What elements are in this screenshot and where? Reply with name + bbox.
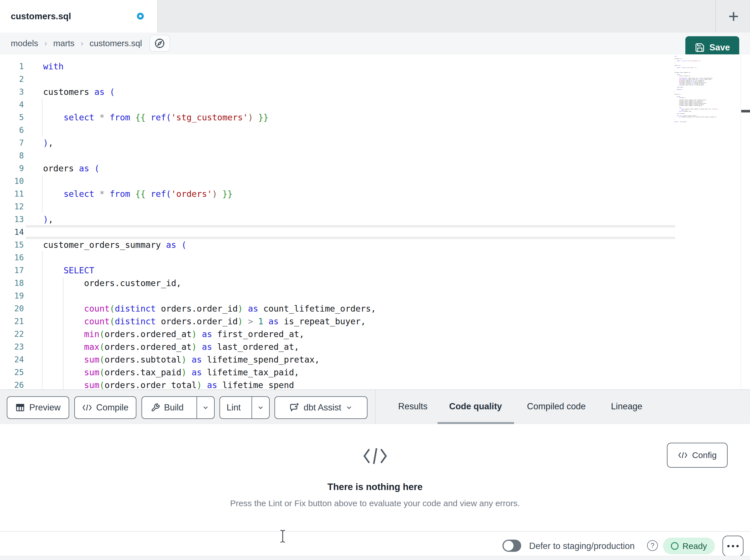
line-number[interactable]: 15 [0, 240, 24, 250]
editor-scrollbar-thumb[interactable] [741, 110, 750, 112]
line-number[interactable]: 26 [0, 380, 24, 390]
code-line-4[interactable]: 4 [0, 98, 674, 111]
code-text: with [43, 61, 63, 71]
line-number[interactable]: 9 [0, 164, 24, 173]
line-number[interactable]: 25 [0, 368, 24, 377]
code-line-10[interactable]: 10 [0, 175, 674, 188]
line-number[interactable]: 20 [0, 304, 24, 313]
line-number[interactable]: 23 [0, 342, 24, 352]
breadcrumb-item-models[interactable]: models [11, 39, 38, 48]
code-line-14[interactable]: 14 [0, 226, 674, 238]
line-number[interactable]: 22 [0, 329, 24, 339]
line-number[interactable]: 21 [0, 317, 24, 326]
unsaved-changes-dot [137, 13, 144, 20]
code-brackets-icon [362, 445, 388, 467]
assist-sparkle-icon [289, 402, 299, 413]
line-number[interactable]: 1 [0, 62, 24, 71]
table-icon [15, 403, 25, 412]
code-quality-panel: Config There is nothing here Press the L… [0, 424, 750, 531]
dbt-assist-button[interactable]: dbt Assist [275, 396, 368, 419]
save-label: Save [709, 42, 730, 53]
line-number[interactable]: 3 [0, 87, 24, 97]
line-number[interactable]: 19 [0, 291, 24, 300]
code-line-24[interactable]: 24 sum(orders.subtotal) as lifetime_spen… [0, 353, 674, 366]
line-number[interactable]: 7 [0, 138, 24, 148]
tab-customers-sql[interactable]: customers.sql [0, 0, 158, 33]
lint-dropdown-button[interactable] [252, 397, 269, 418]
build-dropdown-button[interactable] [197, 397, 214, 418]
breadcrumb-item-file[interactable]: customers.sql [90, 39, 142, 48]
code-line-22[interactable]: 22 min(orders.ordered_at) as first_order… [0, 328, 674, 340]
code-line-15[interactable]: 15customer_orders_summary as ( [0, 238, 674, 251]
code-text: count(distinct orders.order_id) > 1 as i… [43, 316, 366, 326]
code-line-19[interactable]: 19 [0, 290, 674, 302]
tab-compiled-code[interactable]: Compiled code [527, 401, 586, 412]
code-line-26[interactable]: 26 sum(orders.order_total) as lifetime_s… [0, 379, 674, 390]
code-line-17[interactable]: 17 SELECT [0, 264, 674, 277]
tab-bar-divider [715, 0, 716, 33]
code-line-20[interactable]: 20 count(distinct orders.order_id) as co… [0, 302, 674, 315]
more-options-button[interactable] [723, 536, 744, 557]
code-editor[interactable]: 1with23customers as (45 select * from {{… [0, 55, 750, 390]
line-number[interactable]: 18 [0, 278, 24, 288]
code-line-11[interactable]: 11 select * from {{ ref('orders') }} [0, 188, 674, 200]
line-number[interactable]: 2 [0, 75, 24, 84]
tab-code-quality[interactable]: Code quality [449, 401, 502, 412]
lint-button[interactable]: Lint [220, 397, 247, 418]
dbt-assist-label: dbt Assist [304, 402, 341, 413]
compile-button[interactable]: Compile [74, 396, 136, 419]
code-line-8[interactable]: 8 [0, 149, 674, 162]
code-line-18[interactable]: 18 orders.customer_id, [0, 277, 674, 290]
code-line-25[interactable]: 25 sum(orders.tax_paid) as lifetime_tax_… [0, 366, 674, 379]
line-number[interactable]: 12 [0, 202, 24, 211]
ellipsis-icon [736, 545, 739, 547]
model-health-button[interactable] [150, 35, 170, 52]
defer-toggle[interactable] [502, 540, 521, 552]
editor-scrollbar-track[interactable] [741, 55, 750, 390]
code-line-3[interactable]: 3customers as ( [0, 86, 674, 98]
new-tab-button[interactable] [725, 8, 743, 25]
code-line-21[interactable]: 21 count(distinct orders.order_id) > 1 a… [0, 315, 674, 328]
tab-lineage[interactable]: Lineage [611, 401, 642, 412]
code-line-7[interactable]: 7), [0, 137, 674, 149]
minimap[interactable]: with customers as ( select * from {{ ref… [674, 56, 738, 181]
line-number[interactable]: 24 [0, 355, 24, 364]
defer-label: Defer to staging/production [529, 541, 635, 551]
code-text: customers as ( [43, 87, 115, 97]
line-number[interactable]: 16 [0, 253, 24, 262]
code-line-23[interactable]: 23 max(orders.ordered_at) as last_ordere… [0, 340, 674, 353]
code-line-5[interactable]: 5 select * from {{ ref('stg_customers') … [0, 111, 674, 124]
code-line-9[interactable]: 9orders as ( [0, 162, 674, 175]
code-text: customer_orders_summary as ( [43, 240, 186, 250]
line-number[interactable]: 6 [0, 125, 24, 135]
help-icon[interactable]: ? [647, 540, 658, 551]
code-line-16[interactable]: 16 [0, 251, 674, 264]
preview-button[interactable]: Preview [7, 396, 69, 419]
tab-results[interactable]: Results [398, 401, 427, 412]
ellipsis-icon [727, 545, 730, 547]
plus-icon [727, 10, 740, 23]
status-bar: Defer to staging/production ? Ready [0, 531, 750, 556]
line-number[interactable]: 8 [0, 151, 24, 160]
line-number[interactable]: 17 [0, 266, 24, 275]
code-text: ), [43, 214, 53, 224]
ellipsis-icon [732, 545, 734, 547]
breadcrumb-separator: › [81, 39, 83, 48]
code-line-1[interactable]: 1with [0, 60, 674, 73]
breadcrumb-separator: › [44, 39, 47, 48]
line-number[interactable]: 4 [0, 100, 24, 109]
line-number[interactable]: 13 [0, 215, 24, 224]
breadcrumb-item-marts[interactable]: marts [53, 39, 75, 48]
code-line-6[interactable]: 6 [0, 124, 674, 137]
code-line-13[interactable]: 13), [0, 213, 674, 226]
code-text: sum(orders.order_total) as lifetime_spen… [43, 380, 294, 390]
line-number[interactable]: 5 [0, 113, 24, 122]
compile-label: Compile [96, 402, 129, 413]
code-line-2[interactable]: 2 [0, 73, 674, 86]
line-number[interactable]: 14 [0, 227, 24, 237]
line-number[interactable]: 11 [0, 189, 24, 199]
line-number[interactable]: 10 [0, 177, 24, 186]
code-text: orders as ( [43, 163, 100, 173]
build-button[interactable]: Build [142, 397, 192, 418]
code-line-12[interactable]: 12 [0, 200, 674, 213]
